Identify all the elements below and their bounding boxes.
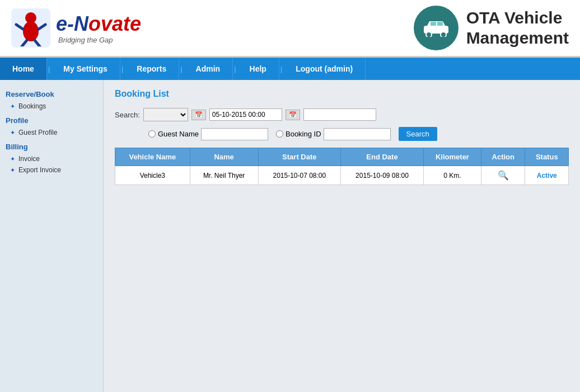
booking-id-group: Booking ID: [276, 128, 391, 140]
nav-home[interactable]: Home: [0, 58, 47, 80]
col-name: Name: [190, 148, 258, 166]
guest-name-group: Guest Name: [148, 128, 268, 140]
sidebar-section-reserve: Reserve/Book: [0, 86, 103, 101]
booking-id-input[interactable]: [324, 128, 391, 140]
ota-title: OTA VehicleManagement: [466, 8, 569, 48]
nav-sep-1: |: [47, 65, 51, 73]
svg-line-3: [39, 25, 45, 29]
nav-logout[interactable]: Logout (admin): [283, 58, 366, 80]
bullet-bookings: ✦: [10, 103, 15, 110]
cell-kilometer: 0 Km.: [423, 166, 481, 185]
booking-id-label: Booking ID: [286, 130, 321, 138]
bullet-invoice: ✦: [10, 155, 15, 163]
logo-right: OTA VehicleManagement: [414, 6, 569, 50]
search-select[interactable]: [143, 108, 188, 121]
search-button[interactable]: Search: [399, 127, 437, 141]
col-start-date: Start Date: [258, 148, 341, 166]
nav-sep-3: |: [179, 65, 183, 73]
sidebar: Reserve/Book ✦ Bookings Profile ✦ Guest …: [0, 80, 104, 392]
main-layout: Reserve/Book ✦ Bookings Profile ✦ Guest …: [0, 80, 580, 392]
cell-end-date: 2015-10-09 08:00: [341, 166, 424, 185]
logo-text: e-Novate Bridging the Gap: [56, 12, 141, 44]
radio-guest-name[interactable]: [148, 130, 156, 138]
content-area: Booking List Search: 📅 📅 Guest Name Book…: [104, 80, 580, 392]
ota-logo-circle: [414, 6, 459, 50]
svg-line-4: [22, 40, 27, 46]
logo-tagline: Bridging the Gap: [58, 36, 141, 44]
nav-sep-2: |: [120, 65, 124, 73]
svg-rect-11: [437, 22, 443, 26]
cell-status: Active: [525, 166, 569, 185]
page-title: Booking List: [115, 89, 569, 99]
nav-bar: Home | My Settings | Reports | Admin | H…: [0, 58, 580, 80]
nav-reports[interactable]: Reports: [124, 58, 179, 80]
col-action: Action: [481, 148, 525, 166]
sidebar-item-guest-profile[interactable]: ✦ Guest Profile: [0, 127, 103, 138]
nav-sep-4: |: [233, 65, 237, 73]
svg-rect-10: [431, 22, 436, 26]
logo-icon: [11, 8, 50, 48]
cell-name: Mr. Neil Thyer: [190, 166, 258, 185]
bullet-guest-profile: ✦: [10, 129, 15, 136]
table-row: Vehicle3 Mr. Neil Thyer 2015-10-07 08:00…: [115, 166, 569, 185]
bullet-export-invoice: ✦: [10, 167, 15, 174]
nav-admin[interactable]: Admin: [184, 58, 233, 80]
calendar-button-right[interactable]: 📅: [286, 110, 300, 120]
cell-vehicle-name: Vehicle3: [115, 166, 190, 185]
cell-action: 🔍: [481, 166, 525, 185]
date-input[interactable]: [209, 108, 282, 121]
nav-my-settings[interactable]: My Settings: [51, 58, 120, 80]
sidebar-item-invoice[interactable]: ✦ Invoice: [0, 153, 103, 164]
logo-left: e-Novate Bridging the Gap: [11, 8, 141, 48]
nav-help[interactable]: Help: [237, 58, 279, 80]
search-bar: Search: 📅 📅: [115, 108, 569, 121]
svg-line-2: [16, 25, 23, 29]
sidebar-item-bookings[interactable]: ✦ Bookings: [0, 101, 103, 112]
col-vehicle-name: Vehicle Name: [115, 148, 190, 166]
svg-point-9: [441, 32, 446, 37]
nav-sep-5: |: [279, 65, 283, 73]
booking-table: Vehicle Name Name Start Date End Date Ki…: [115, 148, 569, 185]
calendar-button-left[interactable]: 📅: [191, 110, 206, 120]
radio-row: Guest Name Booking ID Search: [115, 127, 569, 141]
svg-point-8: [426, 32, 432, 37]
radio-booking-id[interactable]: [276, 130, 283, 138]
brand-name: e-Novate: [56, 12, 141, 36]
table-header-row: Vehicle Name Name Start Date End Date Ki…: [115, 148, 569, 166]
sidebar-section-billing: Billing: [0, 138, 103, 153]
cell-start-date: 2015-10-07 08:00: [258, 166, 341, 185]
search-label: Search:: [115, 111, 140, 119]
svg-line-5: [35, 40, 40, 46]
guest-name-label: Guest Name: [158, 130, 199, 138]
svg-point-0: [23, 21, 39, 41]
guest-name-input[interactable]: [201, 128, 268, 140]
header: e-Novate Bridging the Gap OTA VehicleMan…: [0, 0, 580, 58]
sidebar-section-profile: Profile: [0, 112, 103, 127]
col-status: Status: [525, 148, 569, 166]
status-badge: Active: [537, 172, 557, 180]
action-search-icon[interactable]: 🔍: [498, 171, 509, 180]
sidebar-item-export-invoice[interactable]: ✦ Export Invoice: [0, 164, 103, 176]
col-kilometer: Kilometer: [423, 148, 481, 166]
date-input-2[interactable]: [303, 108, 376, 121]
col-end-date: End Date: [341, 148, 424, 166]
svg-point-1: [25, 12, 36, 23]
